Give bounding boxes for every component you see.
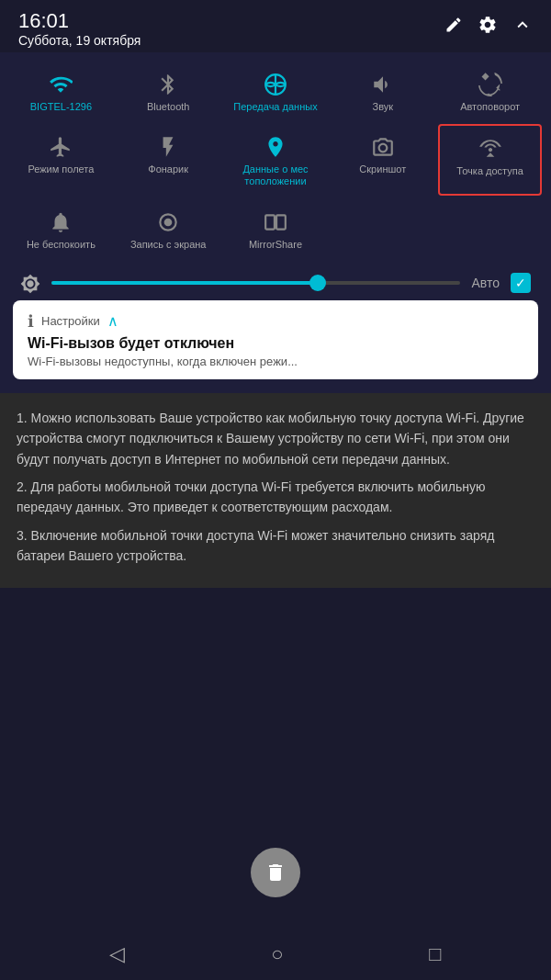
notification-title: Wi-Fi-вызов будет отключен: [28, 335, 523, 352]
bluetooth-icon: [156, 69, 180, 97]
flashlight-icon: [156, 131, 180, 160]
status-bar: 16:01 Суббота, 19 октября: [0, 0, 551, 52]
main-text-paragraph: 1. Можно использовать Ваше устройство ка…: [17, 408, 534, 469]
bluetooth-label: Bluetooth: [147, 101, 189, 113]
autorotate-icon: [478, 69, 502, 97]
wifi-icon: [49, 69, 73, 97]
toggle-airplane[interactable]: Режим полета: [9, 124, 113, 195]
hotspot-label: Точка доступа: [456, 165, 523, 177]
toggle-flashlight[interactable]: Фонарик: [117, 124, 220, 195]
brightness-fill: [51, 281, 318, 285]
sound-label: Звук: [373, 101, 394, 113]
toggles-grid: BIGTEL-1296 Bluetooth Передача данных Зв…: [9, 62, 542, 258]
home-button[interactable]: ○: [271, 942, 283, 966]
brightness-slider[interactable]: [51, 281, 460, 285]
notification-card[interactable]: ℹ Настройки ∧ Wi-Fi-вызов будет отключен…: [13, 300, 538, 379]
notification-chevron-icon: ∧: [107, 312, 118, 330]
screenshot-label: Скриншот: [359, 163, 406, 175]
edit-icon: [444, 13, 463, 34]
sound-icon: [371, 69, 395, 97]
quick-settings-panel: BIGTEL-1296 Bluetooth Передача данных Зв…: [0, 52, 551, 393]
toggle-location[interactable]: Данные о мес тоположении: [224, 124, 328, 195]
autorotate-label: Автоповорот: [460, 101, 520, 113]
dnd-icon: [49, 207, 73, 235]
main-text-paragraph: 2. Для работы мобильной точки доступа Wi…: [17, 477, 534, 518]
auto-label: Авто: [471, 276, 500, 290]
main-content: 1. Можно использовать Ваше устройство ка…: [0, 393, 551, 589]
wifi-label: BIGTEL-1296: [30, 101, 92, 113]
toggle-wifi[interactable]: BIGTEL-1296: [9, 62, 113, 120]
settings-icon[interactable]: [478, 13, 498, 35]
toggle-screenrecord[interactable]: Запись с экрана: [117, 199, 220, 258]
toggle-hotspot[interactable]: Точка доступа: [438, 124, 542, 195]
notification-app-name: Настройки: [41, 314, 100, 328]
data-icon: [264, 69, 287, 97]
screenrecord-icon: [156, 207, 180, 235]
back-button[interactable]: ◁: [109, 942, 125, 966]
screenrecord-label: Запись с экрана: [130, 239, 207, 251]
screenshot-icon: [371, 131, 395, 160]
notification-header: ℹ Настройки ∧: [28, 311, 523, 332]
auto-checkbox[interactable]: ✓: [511, 273, 531, 293]
airplane-label: Режим полета: [28, 163, 94, 175]
flashlight-label: Фонарик: [148, 163, 188, 175]
toggle-autorotate[interactable]: Автоповорот: [438, 62, 542, 120]
notification-body: Wi-Fi-вызовы недоступны, когда включен р…: [28, 355, 523, 368]
brightness-row: Авто ✓: [9, 265, 542, 300]
toggle-screenshot[interactable]: Скриншот: [331, 124, 434, 195]
data-label: Передача данных: [233, 101, 317, 113]
toggle-bluetooth[interactable]: Bluetooth: [117, 62, 220, 120]
airplane-icon: [49, 131, 73, 160]
toggle-sound[interactable]: Звук: [331, 62, 434, 120]
collapse-icon[interactable]: [512, 13, 533, 35]
recent-button[interactable]: □: [429, 942, 441, 966]
toggle-mirrorshare[interactable]: MirrorShare: [224, 199, 328, 258]
dnd-label: Не беспокоить: [27, 239, 96, 251]
brightness-icon: [20, 271, 40, 295]
mirrorshare-icon: [264, 207, 287, 235]
info-icon: ℹ: [28, 311, 34, 332]
location-label: Данные о мес тоположении: [228, 163, 324, 187]
svg-point-3: [164, 218, 173, 226]
svg-rect-4: [265, 215, 275, 229]
brightness-thumb: [309, 275, 326, 291]
status-time: 16:01: [18, 9, 141, 33]
nav-bar: ◁ ○ □: [0, 929, 551, 980]
delete-fab[interactable]: [251, 848, 300, 897]
svg-rect-5: [276, 215, 286, 229]
status-icons: [444, 13, 533, 35]
toggle-dnd[interactable]: Не беспокоить: [9, 199, 113, 258]
location-icon: [264, 131, 287, 160]
status-date: Суббота, 19 октября: [18, 33, 141, 48]
main-text-paragraph: 3. Включение мобильной точки доступа Wi-…: [17, 525, 534, 567]
toggle-data[interactable]: Передача данных: [224, 62, 328, 120]
mirrorshare-label: MirrorShare: [249, 239, 302, 251]
hotspot-icon: [478, 133, 502, 162]
